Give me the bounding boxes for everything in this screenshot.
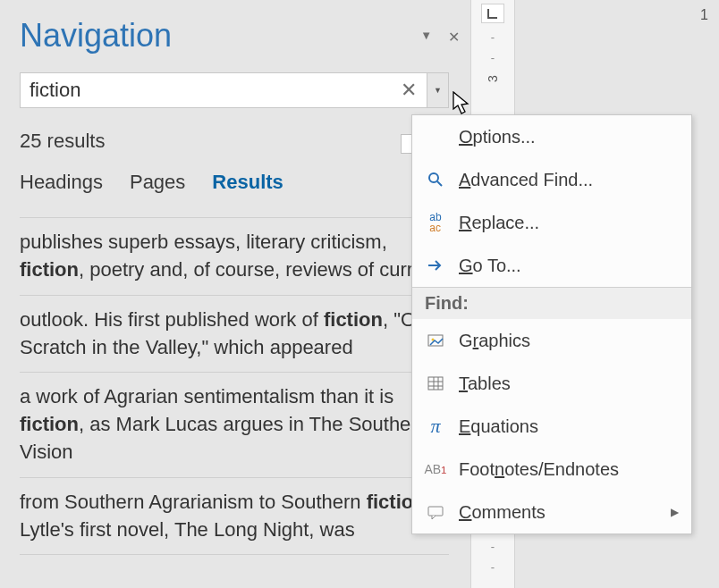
snippet-pre: outlook. His first published work of [20, 308, 324, 331]
menu-find-tables[interactable]: Tables [412, 362, 691, 405]
menu-goto[interactable]: Go To... [412, 244, 691, 287]
snippet-post: , poetry and, of course, reviews of curr… [79, 258, 441, 281]
menu-label: Replace... [459, 213, 539, 233]
ruler-tick: - [491, 30, 495, 44]
tab-results[interactable]: Results [212, 171, 283, 194]
menu-find-header: Find: [412, 287, 691, 319]
snippet-hit: fiction [20, 258, 79, 281]
search-row: ✕ ▼ [20, 72, 449, 108]
ruler-tick: - [491, 540, 495, 553]
menu-replace[interactable]: abac Replace... [412, 201, 691, 244]
navigation-pane: Navigation ▼ ✕ ✕ ▼ 25 results Headings P… [0, 0, 467, 588]
clear-search-button[interactable]: ✕ [391, 73, 427, 107]
menu-find-footnotes[interactable]: AB1 Footnotes/Endnotes [412, 448, 691, 491]
search-dropdown-menu: Options... Advanced Find... abac Replace… [411, 114, 692, 534]
search-icon [425, 171, 446, 189]
snippet-pre: from Southern Agrarianism to Southern [20, 491, 367, 513]
snippet-post: , as Mark Lucas argues in The Southern V… [20, 413, 428, 463]
menu-advanced-find[interactable]: Advanced Find... [412, 158, 691, 201]
menu-label: Tables [459, 374, 511, 394]
picture-icon [425, 332, 446, 349]
svg-point-0 [429, 173, 438, 182]
menu-label: Equations [459, 416, 538, 437]
menu-find-graphics[interactable]: Graphics [412, 319, 691, 362]
results-list: publishes superb essays, literary critic… [20, 217, 449, 555]
submenu-arrow-icon: ▶ [671, 506, 679, 518]
table-icon [425, 374, 446, 392]
menu-find-equations[interactable]: π Equations [412, 405, 691, 448]
tab-pages[interactable]: Pages [130, 171, 185, 194]
svg-rect-10 [428, 507, 443, 516]
snippet-pre: a work of Agrarian sentimentalism than i… [20, 385, 393, 407]
menu-label: Advanced Find... [459, 170, 593, 190]
menu-label: Options... [459, 127, 536, 147]
menu-find-comments[interactable]: Comments ▶ [412, 491, 691, 533]
menu-label: Graphics [459, 331, 530, 351]
nav-tabs: Headings Pages Results [20, 171, 449, 194]
result-count: 25 results [20, 130, 449, 153]
menu-options[interactable]: Options... [412, 115, 691, 158]
search-box: ✕ [20, 72, 427, 108]
comment-icon [425, 503, 446, 521]
ruler-tick: - [491, 560, 495, 574]
search-result-item[interactable]: outlook. His first published work of fic… [20, 295, 449, 373]
search-result-item[interactable]: from Southern Agrarianism to Southern fi… [20, 477, 449, 556]
search-dropdown-button[interactable]: ▼ [427, 72, 449, 108]
ruler-tick: - [491, 51, 495, 64]
goto-arrow-icon [425, 256, 446, 274]
menu-label: Comments [459, 502, 546, 523]
svg-line-1 [437, 181, 442, 186]
pane-title: Navigation [20, 16, 449, 55]
footnote-icon: AB1 [425, 462, 446, 476]
menu-label: Footnotes/Endnotes [459, 459, 619, 480]
snippet-hit: fiction [20, 413, 79, 435]
svg-rect-5 [428, 377, 443, 390]
snippet-pre: publishes superb essays, literary critic… [20, 231, 387, 253]
search-input[interactable] [21, 75, 391, 105]
ruler-number: 3 [486, 75, 500, 82]
page-indicator: 1 [700, 7, 708, 23]
search-result-item[interactable]: a work of Agrarian sentimentalism than i… [20, 372, 449, 476]
tab-stop-button[interactable] [481, 4, 504, 23]
tab-headings[interactable]: Headings [20, 171, 103, 194]
replace-icon: abac [425, 212, 446, 233]
menu-label: Go To... [459, 256, 521, 276]
pane-menu-caret-icon[interactable]: ▼ [420, 29, 432, 46]
pi-icon: π [425, 415, 446, 438]
search-result-item[interactable]: publishes superb essays, literary critic… [20, 217, 449, 295]
snippet-hit: fiction [324, 308, 383, 331]
pane-close-icon[interactable]: ✕ [448, 29, 460, 46]
